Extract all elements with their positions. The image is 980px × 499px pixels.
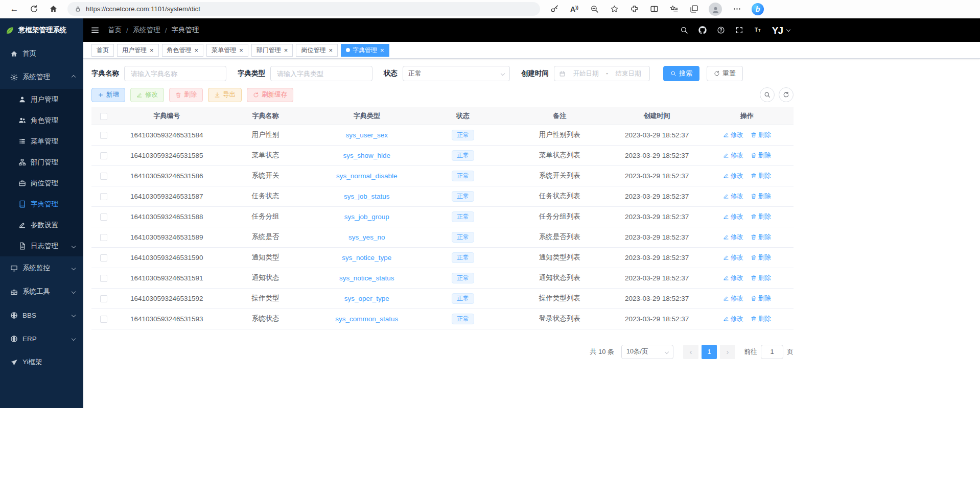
dict-type-link[interactable]: sys_yes_no <box>348 233 385 241</box>
dict-type-link[interactable]: sys_job_status <box>344 193 389 200</box>
favorites-bar-icon[interactable] <box>665 2 683 17</box>
sidebar-item-system-mgmt[interactable]: 系统管理 <box>0 65 83 89</box>
goto-page-input[interactable] <box>761 345 783 359</box>
row-checkbox[interactable] <box>100 316 107 323</box>
row-checkbox[interactable] <box>100 152 107 159</box>
more-menu-icon[interactable] <box>728 2 746 17</box>
breadcrumb-item[interactable]: 首页 <box>108 26 122 35</box>
row-checkbox[interactable] <box>100 193 107 200</box>
bing-copilot-icon[interactable]: b <box>752 3 764 15</box>
favorites-add-icon[interactable] <box>605 2 623 17</box>
close-icon[interactable]: × <box>284 47 288 54</box>
close-icon[interactable]: × <box>239 47 243 54</box>
row-edit-button[interactable]: 修改 <box>723 151 743 160</box>
github-icon[interactable] <box>698 26 707 34</box>
row-delete-button[interactable]: 删除 <box>751 192 771 201</box>
sidebar-item-post-mgmt[interactable]: 岗位管理 <box>0 173 83 194</box>
row-checkbox[interactable] <box>100 234 107 241</box>
tab-dept-mgmt[interactable]: 部门管理× <box>251 44 293 57</box>
font-size-icon[interactable]: TT <box>754 26 762 34</box>
search-icon[interactable] <box>680 26 688 34</box>
dict-type-link[interactable]: sys_job_group <box>344 213 389 221</box>
read-aloud-icon[interactable]: A)) <box>565 2 584 17</box>
page-number-button[interactable]: 1 <box>702 345 717 359</box>
fullscreen-icon[interactable] <box>735 26 743 34</box>
row-edit-button[interactable]: 修改 <box>723 192 743 201</box>
row-delete-button[interactable]: 删除 <box>751 131 771 139</box>
split-screen-icon[interactable] <box>645 2 663 17</box>
browser-essentials-icon[interactable] <box>625 2 643 17</box>
row-delete-button[interactable]: 删除 <box>751 315 771 323</box>
row-edit-button[interactable]: 修改 <box>723 294 743 303</box>
reset-button[interactable]: 重置 <box>707 66 743 81</box>
help-icon[interactable] <box>717 26 725 34</box>
page-size-select[interactable]: 10条/页 <box>621 345 673 359</box>
close-icon[interactable]: × <box>150 47 154 54</box>
row-checkbox[interactable] <box>100 275 107 282</box>
dict-type-link[interactable]: sys_show_hide <box>343 152 390 159</box>
row-edit-button[interactable]: 修改 <box>723 233 743 242</box>
dict-type-link[interactable]: sys_normal_disable <box>336 172 397 180</box>
row-edit-button[interactable]: 修改 <box>723 274 743 282</box>
sidebar-item-role-mgmt[interactable]: 角色管理 <box>0 110 83 131</box>
search-button[interactable]: 搜索 <box>663 66 699 81</box>
row-delete-button[interactable]: 删除 <box>751 294 771 303</box>
sidebar-item-param-settings[interactable]: 参数设置 <box>0 215 83 235</box>
close-icon[interactable]: × <box>329 47 333 54</box>
sidebar-item-dept-mgmt[interactable]: 部门管理 <box>0 152 83 173</box>
row-checkbox[interactable] <box>100 132 107 139</box>
tab-dict-mgmt[interactable]: 字典管理× <box>341 44 389 57</box>
back-button[interactable]: ← <box>5 2 24 17</box>
sidebar-item-dict-mgmt[interactable]: 字典管理 <box>0 194 83 215</box>
dict-type-link[interactable]: sys_notice_type <box>342 254 391 262</box>
tab-user-mgmt[interactable]: 用户管理× <box>117 44 159 57</box>
sidebar-item-bbs[interactable]: BBS <box>0 303 83 327</box>
row-delete-button[interactable]: 删除 <box>751 212 771 221</box>
sidebar-item-erp[interactable]: ERP <box>0 327 83 350</box>
dict-type-link[interactable]: sys_user_sex <box>345 131 388 139</box>
toggle-search-button[interactable] <box>760 87 775 102</box>
row-edit-button[interactable]: 修改 <box>723 315 743 323</box>
row-delete-button[interactable]: 删除 <box>751 253 771 262</box>
row-checkbox[interactable] <box>100 295 107 302</box>
password-key-icon[interactable] <box>545 2 564 17</box>
breadcrumb-item[interactable]: 系统管理 <box>133 26 160 35</box>
row-delete-button[interactable]: 删除 <box>751 274 771 282</box>
sidebar-item-yi-framework[interactable]: Yi框架 <box>0 350 83 374</box>
tab-menu-mgmt[interactable]: 菜单管理× <box>206 44 248 57</box>
dict-type-link[interactable]: sys_notice_status <box>339 274 394 282</box>
row-checkbox[interactable] <box>100 213 107 221</box>
row-delete-button[interactable]: 删除 <box>751 151 771 160</box>
modify-button[interactable]: 修改 <box>130 88 164 102</box>
close-icon[interactable]: × <box>195 47 199 54</box>
dict-type-link[interactable]: sys_common_status <box>335 315 398 323</box>
dict-type-link[interactable]: sys_oper_type <box>344 295 389 302</box>
zoom-icon[interactable] <box>585 2 603 17</box>
refresh-cache-button[interactable]: 刷新缓存 <box>247 88 293 102</box>
row-edit-button[interactable]: 修改 <box>723 253 743 262</box>
sidebar-item-log-mgmt[interactable]: 日志管理 <box>0 235 83 256</box>
tab-post-mgmt[interactable]: 岗位管理× <box>296 44 338 57</box>
address-bar[interactable]: https://ccnetcore.com:1101/system/dict <box>67 2 540 16</box>
user-logo[interactable]: YJ <box>772 26 783 35</box>
row-checkbox[interactable] <box>100 254 107 262</box>
row-edit-button[interactable]: 修改 <box>723 131 743 139</box>
row-delete-button[interactable]: 删除 <box>751 172 771 180</box>
sidebar-item-system-tools[interactable]: 系统工具 <box>0 280 83 303</box>
sidebar-item-home[interactable]: 首页 <box>0 42 83 65</box>
add-button[interactable]: 新增 <box>91 88 125 102</box>
select-all-checkbox[interactable] <box>100 113 107 120</box>
row-delete-button[interactable]: 删除 <box>751 233 771 242</box>
row-edit-button[interactable]: 修改 <box>723 172 743 180</box>
tab-role-mgmt[interactable]: 角色管理× <box>162 44 204 57</box>
dict-type-input[interactable] <box>270 66 372 81</box>
collections-icon[interactable] <box>685 2 703 17</box>
profile-avatar[interactable] <box>709 3 722 16</box>
reload-button[interactable] <box>25 2 43 17</box>
refresh-table-button[interactable] <box>779 87 794 102</box>
prev-page-button[interactable]: ‹ <box>683 345 698 359</box>
row-checkbox[interactable] <box>100 173 107 180</box>
tab-home[interactable]: 首页 <box>91 44 114 57</box>
sidebar-item-system-monitor[interactable]: 系统监控 <box>0 256 83 280</box>
app-logo[interactable]: 意框架管理系统 <box>0 18 83 42</box>
